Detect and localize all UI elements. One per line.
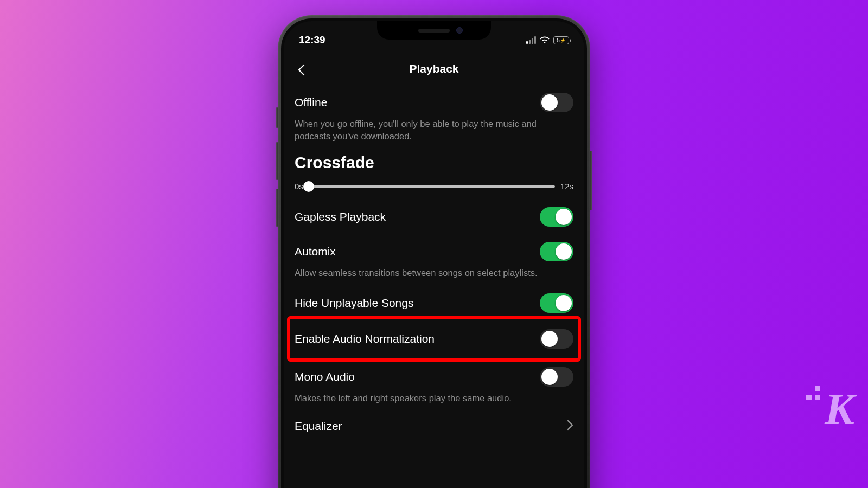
watermark-logo: K [825,384,853,435]
cellular-signal-icon [526,36,536,44]
chevron-left-icon [297,64,305,76]
mono-row: Mono Audio [295,362,573,394]
automix-label: Automix [295,245,336,258]
normalization-toggle[interactable] [540,329,573,349]
offline-row: Offline [295,85,573,120]
power-button [590,151,592,210]
equalizer-row[interactable]: Equalizer [295,411,573,441]
back-button[interactable] [293,62,309,78]
gapless-row: Gapless Playback [295,200,573,234]
offline-description: When you go offline, you'll only be able… [295,118,573,149]
mute-switch [276,107,278,128]
hide-unplayable-label: Hide Unplayable Songs [295,297,413,310]
crossfade-min-label: 0s [295,182,303,191]
battery-level: 5 [557,37,560,43]
status-time: 12:39 [299,34,326,46]
earpiece-speaker [418,29,450,33]
highlight-box: Enable Audio Normalization [287,316,581,362]
automix-description: Allow seamless transitions between songs… [295,267,573,286]
crossfade-slider-row: 0s 12s [295,178,573,200]
watermark-letter: K [825,384,853,434]
equalizer-label: Equalizer [295,420,342,433]
normalization-label: Enable Audio Normalization [295,332,435,345]
watermark-dots-icon [806,386,820,400]
mono-description: Makes the left and right speakers play t… [295,392,573,411]
phone-frame: 12:39 5⚡ Playback [278,15,590,488]
page-title: Playback [409,62,458,75]
mono-toggle[interactable] [540,367,573,387]
hide-unplayable-row: Hide Unplayable Songs [295,286,573,316]
battery-indicator: 5⚡ [553,36,569,44]
normalization-row: Enable Audio Normalization [295,322,573,356]
offline-toggle[interactable] [540,93,573,112]
automix-row: Automix [295,234,573,269]
wifi-icon [540,36,550,44]
crossfade-slider[interactable] [309,185,555,188]
hide-unplayable-toggle[interactable] [540,293,573,313]
volume-up-button [276,142,278,180]
phone-screen: 12:39 5⚡ Playback [284,21,584,488]
offline-label: Offline [295,96,327,109]
nav-header: Playback [284,50,584,84]
crossfade-section-title: Crossfade [295,149,573,178]
notch [377,21,491,40]
mono-label: Mono Audio [295,370,355,383]
automix-toggle[interactable] [540,242,573,261]
gapless-toggle[interactable] [540,207,573,227]
volume-down-button [276,189,278,227]
front-camera [456,27,463,34]
gapless-label: Gapless Playback [295,210,386,223]
chevron-right-icon [567,420,573,433]
crossfade-slider-thumb[interactable] [303,181,314,192]
crossfade-max-label: 12s [560,182,573,191]
battery-charging-icon: ⚡ [560,38,566,43]
